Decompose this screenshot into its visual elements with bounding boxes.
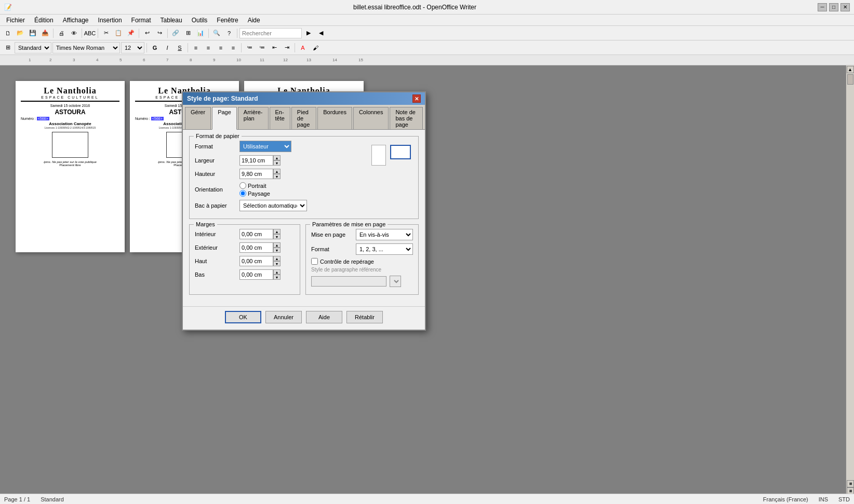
underline-btn[interactable]: S [174, 42, 185, 53]
search-input[interactable] [239, 28, 302, 38]
ok-button[interactable]: OK [225, 311, 261, 323]
tab-pied-de-page[interactable]: Pied de page [291, 107, 316, 129]
new-btn[interactable]: 🗋 [2, 28, 14, 39]
bas-input[interactable] [239, 269, 273, 280]
interieur-input[interactable] [239, 229, 273, 239]
tab-bordures[interactable]: Bordures [317, 107, 352, 129]
copy-btn[interactable]: 📋 [113, 28, 124, 39]
bas-down[interactable]: ▼ [273, 275, 281, 280]
tab-page[interactable]: Page [212, 107, 237, 130]
exterieur-down[interactable]: ▼ [273, 248, 281, 253]
menu-fenetre[interactable]: Fenêtre [212, 16, 242, 25]
paysage-radio[interactable] [239, 190, 246, 197]
haut-input[interactable] [239, 256, 273, 266]
hauteur-up[interactable]: ▲ [273, 169, 281, 174]
menu-affichage[interactable]: Affichage [59, 16, 93, 25]
style-select[interactable]: Standard [15, 42, 51, 53]
align-center-btn[interactable]: ≡ [203, 42, 214, 53]
dialog-close-button[interactable]: ✕ [412, 94, 421, 103]
table-btn[interactable]: ⊞ [182, 28, 194, 39]
exterieur-row: Extérieur ▲ ▼ [195, 242, 295, 253]
largeur-down[interactable]: ▼ [273, 160, 281, 166]
bac-select[interactable]: Sélection automatique [239, 200, 307, 211]
search-go-btn[interactable]: ▶ [303, 28, 314, 39]
italic-btn[interactable]: I [162, 42, 173, 53]
numlist-btn[interactable]: ≔ [256, 42, 268, 53]
tab-arriere-plan[interactable]: Arrière-plan [238, 107, 269, 129]
hauteur-down[interactable]: ▼ [273, 174, 281, 179]
help-btn[interactable]: ? [223, 28, 235, 39]
size-select[interactable]: 12 [121, 42, 144, 53]
menu-tableau[interactable]: Tableau [156, 16, 186, 25]
largeur-input[interactable]: 19,10 cm [239, 155, 273, 166]
find-btn[interactable]: 🔍 [211, 28, 222, 39]
scroll-up-btn[interactable]: ▲ [847, 66, 854, 73]
maximize-button[interactable]: □ [829, 3, 838, 11]
controle-checkbox[interactable] [311, 258, 318, 265]
scroll-thumb[interactable] [847, 74, 853, 85]
spellcheck-btn[interactable]: ABC [84, 28, 96, 39]
open-btn[interactable]: 📂 [15, 28, 26, 39]
tab-colonnes[interactable]: Colonnes [353, 107, 389, 129]
save-btn[interactable]: 💾 [27, 28, 38, 39]
ruler: 1 2 3 4 5 6 7 8 9 10 11 12 13 14 15 [0, 55, 854, 65]
indent-more-btn[interactable]: ⇥ [281, 42, 292, 53]
dialog-titlebar: Style de page: Standard ✕ [183, 92, 425, 105]
close-button[interactable]: ✕ [840, 3, 850, 11]
tab-gerer[interactable]: Gérer [185, 107, 211, 129]
menu-aide[interactable]: Aide [244, 16, 264, 25]
align-right-btn[interactable]: ≡ [215, 42, 226, 53]
tab-note-bas-page[interactable]: Note de bas de page [390, 107, 423, 129]
scrollbar-right[interactable]: ▲ ◾ ◾ ▼ [846, 65, 854, 503]
hyperlink-btn[interactable]: 🔗 [170, 28, 181, 39]
minimize-button[interactable]: ─ [818, 3, 827, 11]
fontcolor-btn[interactable]: A [297, 42, 309, 53]
haut-down[interactable]: ▼ [273, 261, 281, 266]
bold-btn[interactable]: G [149, 42, 161, 53]
exterieur-up[interactable]: ▲ [273, 242, 281, 248]
parametres-format-select[interactable]: 1, 2, 3, ... [356, 243, 413, 255]
aide-button[interactable]: Aide [306, 311, 342, 323]
chart-btn[interactable]: 📊 [195, 28, 206, 39]
preview-btn[interactable]: 👁 [68, 28, 79, 39]
highlight-btn[interactable]: 🖌 [310, 42, 321, 53]
dialog-tabs: Gérer Page Arrière-plan En-tête Pied de … [183, 105, 425, 130]
parametres-format-row: Format 1, 2, 3, ... [311, 243, 413, 255]
haut-up[interactable]: ▲ [273, 256, 281, 261]
marges-title: Marges [194, 221, 217, 227]
portrait-radio[interactable] [239, 182, 246, 189]
interieur-down[interactable]: ▼ [273, 234, 281, 239]
annuler-button[interactable]: Annuler [265, 311, 302, 323]
align-justify-btn[interactable]: ≡ [228, 42, 239, 53]
align-left-btn[interactable]: ≡ [190, 42, 202, 53]
saveas-btn[interactable]: 📥 [39, 28, 51, 39]
menu-fichier[interactable]: Fichier [2, 16, 29, 25]
tab-en-tete[interactable]: En-tête [270, 107, 290, 129]
interieur-up[interactable]: ▲ [273, 229, 281, 234]
retablir-button[interactable]: Rétablir [346, 311, 383, 323]
hauteur-input[interactable]: 9,80 cm [239, 169, 273, 179]
list-btn[interactable]: ≔ [244, 42, 255, 53]
largeur-up[interactable]: ▲ [273, 155, 281, 160]
style-dropdown-btn[interactable]: ⊞ [2, 42, 14, 53]
menu-insertion[interactable]: Insertion [94, 16, 126, 25]
redo-btn[interactable]: ↪ [154, 28, 165, 39]
paste-btn[interactable]: 📌 [125, 28, 137, 39]
menu-format[interactable]: Format [127, 16, 155, 25]
dialog-style-page: Style de page: Standard ✕ Gérer Page Arr… [182, 91, 426, 331]
exterieur-input[interactable] [239, 242, 273, 253]
largeur-spinner: 19,10 cm ▲ ▼ [239, 155, 281, 166]
indent-less-btn[interactable]: ⇤ [269, 42, 280, 53]
undo-btn[interactable]: ↩ [141, 28, 153, 39]
bas-up[interactable]: ▲ [273, 269, 281, 275]
mise-en-page-select[interactable]: En vis-à-vis [356, 229, 413, 240]
exterieur-label: Extérieur [195, 244, 236, 251]
format-select[interactable]: Utilisateur [239, 141, 291, 152]
scroll-pg-up-btn[interactable]: ◾ [847, 480, 854, 487]
print-btn[interactable]: 🖨 [56, 28, 67, 39]
menu-edition[interactable]: Édition [30, 16, 58, 25]
menu-outils[interactable]: Outils [188, 16, 212, 25]
font-select[interactable]: Times New Roman [52, 42, 120, 53]
search-prev-btn[interactable]: ◀ [315, 28, 327, 39]
cut-btn[interactable]: ✂ [100, 28, 112, 39]
